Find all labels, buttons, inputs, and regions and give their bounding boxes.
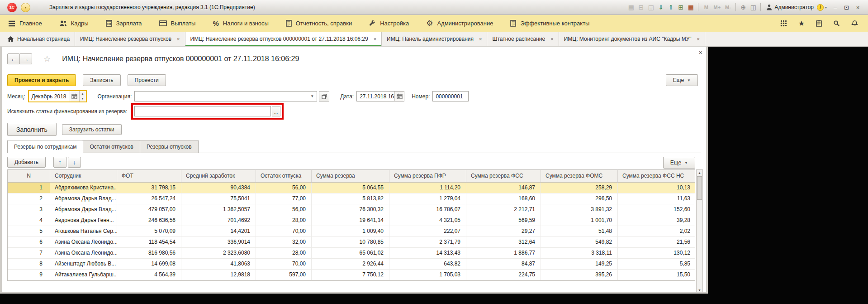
table-cell[interactable]: 4 564,39 (117, 270, 181, 280)
favorites-star-icon[interactable]: ★ (798, 20, 805, 27)
dropdown-arrow-icon[interactable]: ▼ (308, 94, 317, 98)
table-cell[interactable]: 816 980,56 (117, 248, 181, 258)
print-icon[interactable]: ⊟ (636, 4, 646, 10)
add-row-button[interactable]: Добавить (7, 157, 46, 168)
date-calendar-button[interactable] (394, 92, 404, 101)
history-icon[interactable] (816, 20, 822, 27)
table-cell[interactable]: 2 371,79 (389, 237, 466, 247)
menu-item-2[interactable]: Зарплата (106, 20, 142, 27)
table-cell[interactable]: 224,75 (466, 270, 541, 280)
table-cell[interactable]: 5 813,82 (312, 193, 389, 204)
table-cell[interactable]: 3 318,11 (541, 248, 618, 258)
table-cell[interactable]: 14 699,08 (117, 259, 181, 269)
table-cell[interactable]: 130,12 (618, 248, 696, 258)
table-cell[interactable]: 1 114,20 (389, 183, 466, 193)
move-down-button[interactable]: ↓ (68, 157, 81, 168)
table-row[interactable]: 6Азина Оксана Леонидо...118 454,54336,90… (8, 237, 695, 248)
table-cell[interactable]: 28,00 (256, 248, 312, 258)
memory-button-1[interactable]: M+ (711, 5, 722, 10)
menu-item-3[interactable]: Выплаты (159, 20, 196, 27)
table-cell[interactable]: 5,85 (618, 259, 696, 269)
table-cell[interactable]: 222,07 (389, 226, 466, 236)
table-cell[interactable]: 5 070,09 (117, 226, 181, 236)
table-cell[interactable]: Абрамова Дарья Влад... (50, 204, 117, 215)
table-cell[interactable]: 258,29 (541, 183, 618, 193)
table-cell[interactable]: 12,9818 (181, 270, 256, 280)
table-cell[interactable]: 56,00 (256, 204, 312, 215)
tab-3[interactable]: ИМЦ: Панель администрирования× (382, 32, 487, 46)
current-user-button[interactable]: Администратор (766, 4, 814, 10)
vertical-scrollbar[interactable]: ▲ ▼ (696, 169, 703, 294)
tab-close-icon[interactable]: × (374, 36, 376, 42)
calendar-icon[interactable]: ▦ (686, 4, 696, 10)
table-cell[interactable]: 7 750,12 (312, 270, 389, 280)
table-cell[interactable]: 479 057,00 (117, 204, 181, 215)
table-cell[interactable]: 168,60 (466, 193, 541, 204)
table-cell[interactable]: 90,4384 (181, 183, 256, 193)
search-icon[interactable] (833, 20, 840, 27)
table-row[interactable]: 1Абдряхимова Кристина...31 798,1590,4384… (8, 183, 695, 193)
table-cell[interactable]: 4 (8, 215, 50, 226)
forward-button[interactable]: → (19, 53, 32, 64)
table-cell[interactable]: Азина Оксана Леонидо... (50, 248, 117, 258)
table-cell[interactable]: 31 798,15 (117, 183, 181, 193)
table-cell[interactable]: 77,00 (256, 193, 312, 204)
table-cell[interactable]: 597,00 (256, 270, 312, 280)
table-cell[interactable]: 41,8063 (181, 259, 256, 269)
table-cell[interactable]: 549,82 (541, 237, 618, 247)
table-cell[interactable]: 312,64 (466, 237, 541, 247)
table-row[interactable]: 4Авдонова Дарья Генн...246 636,56701,469… (8, 215, 695, 226)
table-cell[interactable]: 75,5041 (181, 193, 256, 204)
table-cell[interactable]: 296,50 (541, 193, 618, 204)
detail-tab-0[interactable]: Резервы по сотрудникам (7, 140, 83, 153)
restore-button[interactable]: ⊡ (841, 4, 852, 11)
table-cell[interactable]: 14,4201 (181, 226, 256, 236)
table-cell[interactable]: Абдряхимова Кристина... (50, 183, 117, 193)
notifications-bell-icon[interactable] (851, 20, 858, 27)
detail-tab-2[interactable]: Резервы отпусков (140, 140, 199, 153)
tab-5[interactable]: ИМЦ: Мониторинг документов из АИС "Кадры… (559, 32, 705, 46)
close-button[interactable]: × (852, 4, 863, 11)
table-cell[interactable]: Азина Оксана Леонидо... (50, 237, 117, 247)
fill-button[interactable]: Заполнить (7, 123, 57, 136)
memory-button-0[interactable]: M (701, 5, 711, 10)
date-input[interactable]: 27.11.2018 16: (357, 93, 394, 100)
table-cell[interactable]: 3 (8, 204, 50, 215)
table-cell[interactable]: 4 321,05 (389, 215, 466, 226)
menu-item-7[interactable]: ⚙Администрирование (426, 19, 493, 27)
number-input[interactable]: 000000001 (433, 93, 465, 100)
load-remainders-button[interactable]: Загрузить остатки (62, 124, 122, 135)
table-cell[interactable]: 21,56 (618, 237, 696, 247)
detail-tab-1[interactable]: Остатки отпусков (83, 140, 140, 153)
table-cell[interactable]: 3 891,32 (541, 204, 618, 215)
month-input[interactable]: Декабрь 2018 (29, 91, 70, 101)
table-cell[interactable]: 10 780,85 (312, 237, 389, 247)
table-cell[interactable]: 8 (8, 259, 50, 269)
table-cell[interactable]: 1 279,04 (389, 193, 466, 204)
write-button[interactable]: Записать (83, 74, 120, 86)
table-cell[interactable]: 152,60 (618, 204, 696, 215)
table-cell[interactable]: Айзенштадт Любовь В... (50, 259, 117, 269)
table-cell[interactable]: Агошкова Наталья Сер... (50, 226, 117, 236)
month-stepper[interactable]: ▲▼ (79, 91, 86, 101)
apps-grid-icon[interactable] (780, 20, 787, 27)
open-external-icon[interactable]: ⇓ (656, 4, 666, 10)
table-row[interactable]: 3Абрамова Дарья Влад...479 057,001 362,5… (8, 204, 695, 215)
table-cell[interactable]: 56,00 (256, 183, 312, 193)
table-cell[interactable]: Айтакалиева Гульбарш... (50, 270, 117, 280)
table-cell[interactable]: 16 786,07 (389, 204, 466, 215)
tab-4[interactable]: Штатное расписание× (487, 32, 559, 46)
table-cell[interactable]: 1 362,5057 (181, 204, 256, 215)
zoom-icon[interactable]: ⊕ (738, 4, 748, 10)
print-preview-icon[interactable]: ◲ (646, 4, 656, 10)
table-row[interactable]: 7Азина Оксана Леонидо...816 980,562 323,… (8, 248, 695, 259)
scroll-thumb[interactable] (697, 176, 702, 200)
table-row[interactable]: 2Абрамова Дарья Влад...26 547,2475,50417… (8, 193, 695, 204)
tab-close-icon[interactable]: × (479, 36, 482, 42)
system-menu-button[interactable]: ▾ (21, 3, 30, 12)
table-cell[interactable]: 5 (8, 226, 50, 236)
table-cell[interactable]: 149,25 (541, 259, 618, 269)
table-cell[interactable]: 1 (8, 183, 50, 193)
menu-item-0[interactable]: Главное (8, 20, 42, 27)
table-row[interactable]: 8Айзенштадт Любовь В...14 699,0841,80637… (8, 259, 695, 270)
